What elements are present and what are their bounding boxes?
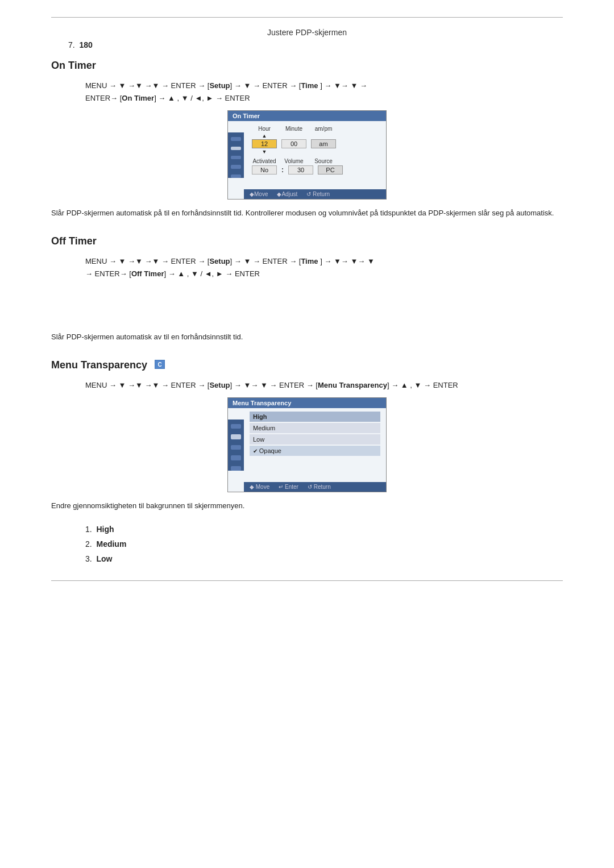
off-timer-heading: Off Timer <box>51 235 563 247</box>
ampm-down-arrow <box>311 149 336 155</box>
sidebar-icon-2 <box>231 147 241 150</box>
footer-return: ↺ Return <box>306 191 330 197</box>
trans-sidebar-icon-3 <box>231 445 241 450</box>
minute-value: 00 <box>281 139 306 148</box>
trans-sidebar-icon-2 <box>231 434 241 439</box>
on-timer-heading: On Timer <box>51 60 563 72</box>
sidebar-icon-3 <box>231 156 241 159</box>
trans-option-low: Low <box>250 434 380 445</box>
menu-transparency-title: Menu Transparency <box>228 398 386 408</box>
on-timer-section: On Timer MENU → ▼ →▼ →▼ → ENTER → [Setup… <box>51 60 563 219</box>
col-activated-label: Activated <box>252 158 277 164</box>
on-timer-menu-box: On Timer Hour Minute am/p <box>227 110 387 200</box>
list-item-1: 1. High <box>85 525 563 534</box>
footer-move: ◆Move <box>250 191 268 197</box>
col-minute-label: Minute <box>281 126 306 132</box>
menu-transparency-box: Menu Transparency High Medium Low <box>227 397 387 492</box>
on-timer-sidebar <box>228 132 244 178</box>
volume-value: 30 <box>288 165 313 175</box>
trans-sidebar-icon-1 <box>231 424 241 429</box>
activated-value: No <box>252 165 277 175</box>
colon-sep: : <box>281 166 284 174</box>
col-volume-label: Volume <box>281 158 306 164</box>
on-timer-description: Slår PDP-skjermen automatisk på til en f… <box>51 207 563 219</box>
item-number: 7. 180 <box>68 40 563 49</box>
bottom-rule <box>51 580 563 581</box>
transparency-content: High Medium Low ✔ Opaque <box>244 408 386 459</box>
footer-return-t: ↺ Return <box>308 484 331 490</box>
hour-down-arrow: ▼ <box>252 149 277 155</box>
hour-up-arrow: ▲ <box>252 133 277 139</box>
off-timer-description: Slår PDP-skjermen automatisk av til en f… <box>51 331 563 343</box>
trans-option-high: High <box>250 412 380 422</box>
ampm-up-arrow <box>311 133 336 139</box>
list-item-3: 3. Low <box>85 554 563 563</box>
on-timer-footer: ◆Move ◆Adjust ↺ Return <box>244 189 386 199</box>
transparency-list: 1. High 2. Medium 3. Low <box>85 525 563 563</box>
menu-transparency-icon: C <box>155 360 165 369</box>
minute-up-arrow <box>281 133 306 139</box>
on-timer-content: Hour Minute am/pm ▲ 12 <box>244 121 386 180</box>
off-timer-section: Off Timer MENU → ▼ →▼ →▼ → ENTER → [Setu… <box>51 235 563 343</box>
trans-sidebar-icon-4 <box>231 455 241 460</box>
source-value: PC <box>318 165 343 175</box>
menu-transparency-heading: Menu Transparency C <box>51 359 563 371</box>
col-ampm-label: am/pm <box>311 126 336 132</box>
col-source-label: Source <box>311 158 336 164</box>
page-container: Justere PDP-skjermen 7. 180 On Timer MEN… <box>0 0 614 868</box>
footer-enter-t: ↵ Enter <box>279 484 298 490</box>
footer-adjust: ◆Adjust <box>277 191 297 197</box>
transparency-description: Endre gjennomsiktigheten til bakgrunnen … <box>51 500 563 512</box>
minute-down-arrow <box>281 149 306 155</box>
trans-sidebar-icon-5 <box>231 466 241 471</box>
col-hour-label: Hour <box>252 126 277 132</box>
menu-transparency-nav: MENU → ▼ →▼ →▼ → ENTER → [Setup] → ▼→ ▼ … <box>85 379 563 392</box>
sidebar-icon-1 <box>231 137 241 140</box>
trans-option-medium: Medium <box>250 423 380 433</box>
off-timer-spacer <box>51 286 563 331</box>
ampm-value: am <box>311 139 336 148</box>
on-timer-menu-wrapper: On Timer Hour Minute am/p <box>51 110 563 200</box>
list-item-2: 2. Medium <box>85 539 563 549</box>
transparency-sidebar <box>228 420 244 471</box>
trans-option-opaque: ✔ Opaque <box>250 446 380 456</box>
menu-transparency-wrapper: Menu Transparency High Medium Low <box>51 397 563 492</box>
footer-move-t: ◆ Move <box>250 484 269 490</box>
transparency-footer: ◆ Move ↵ Enter ↺ Return <box>244 482 386 492</box>
hour-value: 12 <box>252 139 277 148</box>
sidebar-icon-5 <box>231 175 241 178</box>
on-timer-menu-title: On Timer <box>228 111 386 121</box>
off-timer-nav: MENU → ▼ →▼ →▼ → ENTER → [Setup] → ▼ → E… <box>85 255 563 280</box>
menu-transparency-section: Menu Transparency C MENU → ▼ →▼ →▼ → ENT… <box>51 359 563 563</box>
top-rule <box>51 17 563 18</box>
on-timer-nav: MENU → ▼ →▼ →▼ → ENTER → [Setup] → ▼ → E… <box>85 80 563 105</box>
page-title: Justere PDP-skjermen <box>51 28 563 37</box>
sidebar-icon-4 <box>231 165 241 168</box>
